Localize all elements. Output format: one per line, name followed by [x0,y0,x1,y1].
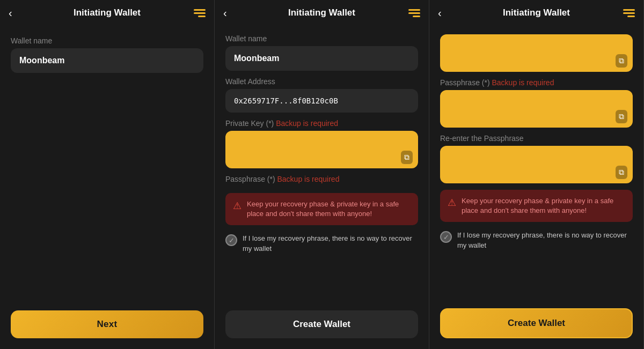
warning-icon-3: ⚠ [448,197,456,209]
burger-line-6 [413,16,420,17]
passphrase-top-copy-button[interactable]: ⧉ [616,54,627,68]
back-button-2[interactable]: ‹ [223,7,227,19]
checkbox-check-2: ✓ [229,236,235,244]
burger-icon-2 [408,9,420,17]
create-wallet-button-2[interactable]: Create Wallet [225,310,418,338]
passphrase-top-wrapper: ⧉ [440,34,633,72]
passphrase-copy-button-3[interactable]: ⧉ [616,110,627,123]
wallet-address-label: Wallet Address [225,77,418,86]
passphrase-label-3: Passphrase (*) Backup is required [440,78,633,87]
checkbox-row-3[interactable]: ✓ If I lose my recovery phrase, there is… [440,228,633,252]
passphrase-top-field [440,34,633,72]
menu-icon-2[interactable] [408,9,420,17]
burger-icon-1 [194,9,206,17]
private-key-copy-button[interactable]: ⧉ [401,151,413,164]
reenter-passphrase-field [440,146,633,183]
wallet-name-input-1[interactable]: Moonbeam [11,48,203,73]
header-title-3: Initiating Wallet [503,8,570,18]
back-button-3[interactable]: ‹ [438,7,442,19]
warning-box-2: ⚠ Keep your recovery phase & private key… [225,193,418,225]
wallet-name-section-1: Wallet name Moonbeam [11,36,203,73]
warning-icon-2: ⚠ [233,200,241,212]
wallet-address-value: 0x2659717F...8f0B120c0B [225,89,418,113]
burger-line-1 [194,9,206,11]
checkbox-2[interactable]: ✓ [225,234,237,246]
panel-2: ‹ Initiating Wallet Wallet name Moonbeam… [215,0,429,349]
burger-icon-3 [623,9,635,17]
burger-line-5 [408,12,420,14]
burger-line-2 [194,12,206,14]
reenter-passphrase-label: Re-enter the Passphrase [440,134,633,143]
content-1: Wallet name Moonbeam [0,26,214,304]
header-2: ‹ Initiating Wallet [215,0,429,26]
private-key-backup-label: Backup is required [276,119,338,128]
checkbox-3[interactable]: ✓ [440,231,452,243]
wallet-name-label-1: Wallet name [11,36,203,45]
passphrase-label-2: Passphrase (*) Backup is required [225,175,418,183]
back-button-1[interactable]: ‹ [9,7,12,19]
checkbox-text-3: If I lose my recovery phrase, there is n… [457,231,633,250]
content-2: Wallet name Moonbeam Wallet Address 0x26… [215,26,429,304]
passphrase-section-2: Passphrase (*) Backup is required [225,175,418,187]
next-button[interactable]: Next [11,310,203,338]
warning-box-3: ⚠ Keep your recovery phase & private key… [440,190,633,222]
footer-2: Create Wallet [215,304,429,349]
private-key-wrapper: ⧉ [225,131,418,168]
content-3: ⧉ Passphrase (*) Backup is required ⧉ Re… [429,26,643,302]
private-key-field [225,131,418,168]
panel-1: ‹ Initiating Wallet Wallet name Moonbeam… [0,0,215,349]
passphrase-backup-label-3: Backup is required [492,78,554,87]
reenter-passphrase-wrapper: ⧉ [440,146,633,183]
footer-3: Create Wallet [429,302,643,349]
passphrase-field-wrapper-3: ⧉ [440,90,633,128]
menu-icon-3[interactable] [623,9,635,17]
reenter-passphrase-section: Re-enter the Passphrase ⧉ [440,134,633,183]
burger-line-4 [408,9,420,11]
wallet-address-section: Wallet Address 0x2659717F...8f0B120c0B [225,77,418,113]
passphrase-section-3: Passphrase (*) Backup is required ⧉ [440,78,633,128]
burger-line-3 [198,16,206,17]
passphrase-backup-label-2: Backup is required [277,175,339,183]
warning-text-3: Keep your recovery phase & private key i… [462,196,625,216]
burger-line-7 [623,9,635,11]
wallet-name-label-2: Wallet name [225,34,418,43]
header-title-2: Initiating Wallet [288,8,355,18]
checkbox-text-2: If I lose my recovery phrase, there is n… [243,234,418,253]
reenter-passphrase-copy-button[interactable]: ⧉ [616,166,627,179]
header-title-1: Initiating Wallet [74,8,141,18]
create-wallet-button-3[interactable]: Create Wallet [440,308,633,338]
wallet-name-section-2: Wallet name Moonbeam [225,34,418,71]
burger-line-9 [627,16,635,17]
private-key-label: Private Key (*) Backup is required [225,119,418,128]
passphrase-top-section: ⧉ [440,34,633,72]
header-1: ‹ Initiating Wallet [0,0,214,26]
header-3: ‹ Initiating Wallet [429,0,643,26]
menu-icon-1[interactable] [194,9,206,17]
checkbox-check-3: ✓ [443,233,449,241]
warning-text-2: Keep your recovery phase & private key i… [247,199,411,219]
wallet-name-input-2[interactable]: Moonbeam [225,46,418,71]
private-key-section: Private Key (*) Backup is required ⧉ [225,119,418,168]
panel-3: ‹ Initiating Wallet ⧉ Passphrase (*) Bac… [429,0,644,349]
footer-1: Next [0,304,214,349]
checkbox-row-2[interactable]: ✓ If I lose my recovery phrase, there is… [225,232,418,255]
burger-line-8 [623,12,635,14]
passphrase-field-3 [440,90,633,128]
